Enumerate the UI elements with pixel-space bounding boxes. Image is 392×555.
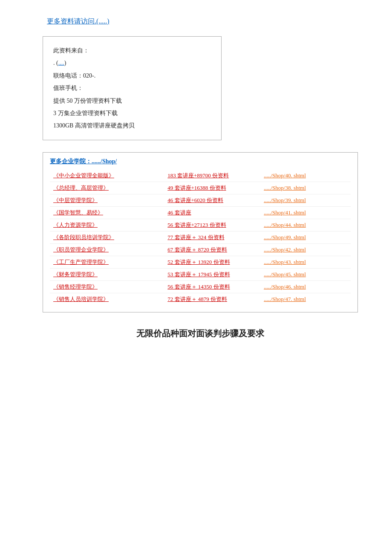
academy-count-cell: 52 套讲座＋ 13920 份资料	[164, 256, 260, 268]
academy-url-link[interactable]: ...../Shop/38. shtml	[264, 185, 306, 191]
table-row: 《职员管理企业学院》67 套讲座＋ 8720 份资料...../Shop/42.…	[50, 243, 351, 256]
academy-url-cell: ...../Shop/49. shtml	[260, 231, 351, 243]
table-row: 《销售人员培训学院》72 套讲座＋ 4879 份资料...../Shop/47.…	[50, 293, 351, 305]
academy-name-cell: 《销售经理学院》	[50, 280, 164, 293]
academy-name-link[interactable]: 《人力资源学院》	[53, 222, 98, 228]
academy-header: 更多企业学院：....../Shop/	[50, 158, 351, 165]
academy-name-cell: 《总经理、高层管理》	[50, 182, 164, 194]
academy-count-cell: 56 套讲座+27123 份资料	[164, 219, 260, 231]
academy-url-cell: ...../Shop/38. shtml	[260, 182, 351, 194]
academy-name-link[interactable]: 《销售经理学院》	[53, 283, 98, 290]
academy-url-cell: ...../Shop/42. shtml	[260, 243, 351, 256]
academy-name-link[interactable]: 《工厂生产管理学院》	[53, 259, 109, 265]
info-line-3: 联络电话：020-.	[53, 69, 211, 82]
info-line-2: . (....)	[53, 57, 211, 69]
academy-name-cell: 《中层管理学院》	[50, 194, 164, 206]
academy-name-link[interactable]: 《总经理、高层管理》	[53, 185, 109, 191]
academy-url-cell: ...../Shop/46. shtml	[260, 280, 351, 293]
table-row: 《人力资源学院》56 套讲座+27123 份资料...../Shop/44. s…	[50, 219, 351, 231]
academy-name-link[interactable]: 《销售人员培训学院》	[53, 296, 109, 302]
academy-header-link[interactable]: 更多企业学院：....../Shop/	[50, 158, 117, 165]
academy-url-cell: ...../Shop/45. shtml	[260, 268, 351, 280]
academy-count-cell: 53 套讲座＋ 17945 份资料	[164, 268, 260, 280]
info-link[interactable]: ....	[58, 60, 64, 66]
academy-count-cell: 67 套讲座＋ 8720 份资料	[164, 243, 260, 256]
info-box: 此资料来自： . (....) 联络电话：020-. 值班手机： 提供 50 万…	[43, 36, 222, 140]
academy-table-section: 更多企业学院：....../Shop/ 《中小企业管理全能版》183 套讲座+8…	[43, 152, 358, 312]
table-row: 《各阶段职员培训学院》77 套讲座＋ 324 份资料...../Shop/49.…	[50, 231, 351, 243]
academy-count-cell: 46 套讲座+6020 份资料	[164, 194, 260, 206]
academy-count-link[interactable]: 77 套讲座＋ 324 份资料	[167, 234, 224, 240]
academy-url-link[interactable]: ...../Shop/43. shtml	[264, 259, 306, 265]
table-row: 《财务管理学院》53 套讲座＋ 17945 份资料...../Shop/45. …	[50, 268, 351, 280]
table-row: 《中层管理学院》46 套讲座+6020 份资料...../Shop/39. sh…	[50, 194, 351, 206]
academy-name-link[interactable]: 《职员管理企业学院》	[53, 246, 109, 253]
academy-count-cell: 49 套讲座+16388 份资料	[164, 182, 260, 194]
academy-url-link[interactable]: ...../Shop/47. shtml	[264, 296, 306, 302]
academy-count-cell: 46 套讲座	[164, 206, 260, 219]
academy-url-link[interactable]: ...../Shop/42. shtml	[264, 246, 306, 253]
academy-url-link[interactable]: ...../Shop/44. shtml	[264, 222, 306, 228]
academy-url-cell: ...../Shop/40. shtml	[260, 170, 351, 182]
table-row: 《国学智慧、易经》46 套讲座...../Shop/41. shtml	[50, 206, 351, 219]
academy-name-cell: 《人力资源学院》	[50, 219, 164, 231]
academy-count-link[interactable]: 72 套讲座＋ 4879 份资料	[167, 296, 227, 302]
academy-count-link[interactable]: 49 套讲座+16388 份资料	[167, 185, 226, 191]
academy-url-cell: ...../Shop/43. shtml	[260, 256, 351, 268]
academy-name-cell: 《财务管理学院》	[50, 268, 164, 280]
academy-url-link[interactable]: ...../Shop/49. shtml	[264, 234, 306, 240]
academy-url-link[interactable]: ...../Shop/46. shtml	[264, 283, 306, 290]
academy-table: 《中小企业管理全能版》183 套讲座+89700 份资料...../Shop/4…	[50, 170, 351, 305]
academy-count-link[interactable]: 56 套讲座+27123 份资料	[167, 222, 226, 228]
academy-url-link[interactable]: ...../Shop/45. shtml	[264, 271, 306, 278]
academy-url-link[interactable]: ...../Shop/41. shtml	[264, 209, 306, 216]
academy-count-link[interactable]: 53 套讲座＋ 17945 份资料	[167, 271, 230, 278]
table-row: 《中小企业管理全能版》183 套讲座+89700 份资料...../Shop/4…	[50, 170, 351, 182]
table-row: 《总经理、高层管理》49 套讲座+16388 份资料...../Shop/38.…	[50, 182, 351, 194]
academy-name-link[interactable]: 《财务管理学院》	[53, 271, 98, 278]
academy-url-link[interactable]: ...../Shop/40. shtml	[264, 172, 306, 179]
academy-count-link[interactable]: 67 套讲座＋ 8720 份资料	[167, 246, 227, 253]
academy-name-cell: 《中小企业管理全能版》	[50, 170, 164, 182]
academy-count-link[interactable]: 52 套讲座＋ 13920 份资料	[167, 259, 230, 265]
academy-count-cell: 77 套讲座＋ 324 份资料	[164, 231, 260, 243]
info-line-4: 值班手机：	[53, 82, 211, 94]
table-row: 《工厂生产管理学院》52 套讲座＋ 13920 份资料...../Shop/43…	[50, 256, 351, 268]
table-row: 《销售经理学院》56 套讲座＋ 14350 份资料...../Shop/46. …	[50, 280, 351, 293]
academy-name-link[interactable]: 《各阶段职员培训学院》	[53, 234, 114, 240]
academy-name-cell: 《职员管理企业学院》	[50, 243, 164, 256]
academy-url-cell: ...../Shop/44. shtml	[260, 219, 351, 231]
info-line-6: 3 万集企业管理资料下载	[53, 107, 211, 119]
page-title: 无限价品种面对面谈判步骤及要求	[43, 328, 358, 339]
academy-count-link[interactable]: 46 套讲座	[167, 209, 191, 216]
academy-count-link[interactable]: 56 套讲座＋ 14350 份资料	[167, 283, 230, 290]
info-line-1: 此资料来自：	[53, 44, 211, 57]
info-line-7: 1300GB 高清管理讲座硬盘拷贝	[53, 119, 211, 132]
academy-url-cell: ...../Shop/47. shtml	[260, 293, 351, 305]
academy-name-link[interactable]: 《中小企业管理全能版》	[53, 172, 114, 179]
academy-count-link[interactable]: 183 套讲座+89700 份资料	[167, 172, 229, 179]
academy-count-link[interactable]: 46 套讲座+6020 份资料	[167, 197, 223, 203]
academy-url-cell: ...../Shop/41. shtml	[260, 206, 351, 219]
top-link[interactable]: 更多资料请访问.(.....)	[47, 17, 110, 25]
academy-name-cell: 《销售人员培训学院》	[50, 293, 164, 305]
academy-name-link[interactable]: 《国学智慧、易经》	[53, 209, 103, 216]
academy-name-cell: 《工厂生产管理学院》	[50, 256, 164, 268]
academy-name-cell: 《国学智慧、易经》	[50, 206, 164, 219]
academy-name-link[interactable]: 《中层管理学院》	[53, 197, 98, 203]
academy-count-cell: 56 套讲座＋ 14350 份资料	[164, 280, 260, 293]
academy-name-cell: 《各阶段职员培训学院》	[50, 231, 164, 243]
top-link-section: 更多资料请访问.(.....)	[43, 17, 358, 26]
info-line-5: 提供 50 万份管理资料下载	[53, 95, 211, 107]
academy-url-cell: ...../Shop/39. shtml	[260, 194, 351, 206]
academy-count-cell: 72 套讲座＋ 4879 份资料	[164, 293, 260, 305]
academy-url-link[interactable]: ...../Shop/39. shtml	[264, 197, 306, 203]
academy-count-cell: 183 套讲座+89700 份资料	[164, 170, 260, 182]
